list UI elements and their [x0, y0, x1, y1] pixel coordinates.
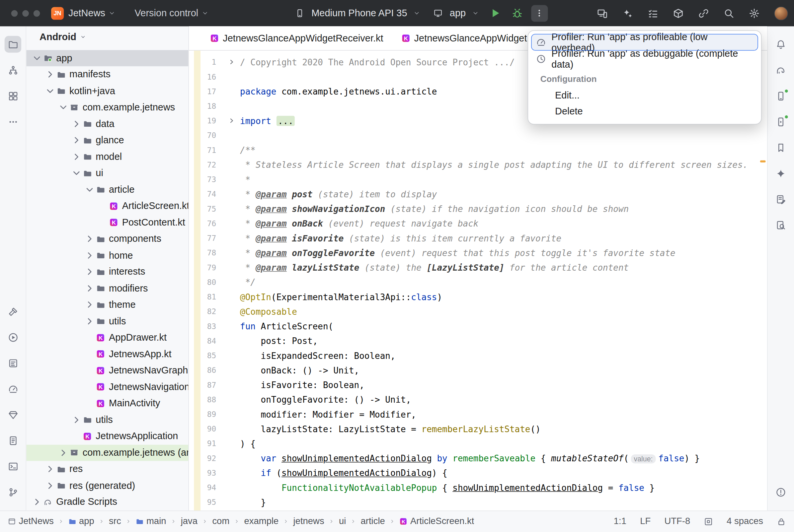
version-control-icon[interactable]: [5, 484, 21, 500]
tree-item-app[interactable]: app: [26, 50, 188, 66]
project-folder-icon[interactable]: [5, 36, 21, 52]
run-button[interactable]: [489, 7, 501, 19]
fold-arrow-icon[interactable]: [216, 117, 240, 124]
chevron-right-icon[interactable]: [71, 136, 82, 145]
chevron-down-icon[interactable]: [44, 86, 56, 95]
tree-item-kotlin-java[interactable]: kotlin+java: [26, 82, 188, 99]
bookmarks-icon[interactable]: [772, 139, 789, 156]
close-window-button[interactable]: [11, 10, 18, 17]
chevron-right-icon[interactable]: [84, 234, 95, 244]
notifications-icon[interactable]: [772, 36, 789, 52]
popup-item-debuggable[interactable]: Profiler: Run 'app' as debuggable (compl…: [531, 51, 758, 67]
terminal-icon[interactable]: [5, 458, 21, 475]
chevron-right-icon[interactable]: [44, 465, 56, 474]
tree-item-data[interactable]: data: [26, 116, 188, 132]
popup-action-delete[interactable]: Delete: [531, 103, 758, 119]
tree-item-res-generated[interactable]: res (generated): [26, 477, 188, 494]
project-view-selector[interactable]: Android: [39, 32, 76, 43]
plugins-icon[interactable]: [673, 8, 683, 19]
more-run-actions-button[interactable]: [531, 5, 548, 21]
user-avatar[interactable]: [774, 6, 788, 20]
settings-icon[interactable]: [749, 8, 759, 19]
chevron-right-icon[interactable]: [32, 497, 43, 507]
popup-action-edit[interactable]: Edit...: [531, 88, 758, 103]
breadcrumb-item[interactable]: src: [109, 516, 121, 527]
tree-item-mainactivity[interactable]: KMainActivity: [26, 395, 188, 412]
breadcrumb-item[interactable]: example: [244, 516, 279, 527]
tree-item-model[interactable]: model: [26, 149, 188, 165]
breadcrumb-item[interactable]: app: [68, 516, 94, 527]
chevron-down-icon[interactable]: [71, 169, 82, 177]
running-devices-icon[interactable]: [772, 113, 789, 130]
tree-item-com-example-jetnews-an[interactable]: com.example.jetnews (an: [26, 444, 188, 461]
gradle-icon[interactable]: [772, 62, 789, 78]
checklist-icon[interactable]: [648, 8, 658, 19]
tree-item-jetnewsnavgraph[interactable]: KJetnewsNavGraph.: [26, 362, 188, 379]
tree-item-articlescreen-kt[interactable]: KArticleScreen.kt: [26, 198, 188, 214]
breadcrumb-item[interactable]: java: [181, 516, 198, 527]
tree-item-postcontent-kt[interactable]: KPostContent.kt: [26, 214, 188, 231]
tree-item-jetnewsapplication[interactable]: KJetnewsApplication: [26, 428, 188, 445]
tree-item-components[interactable]: components: [26, 231, 188, 247]
breadcrumb-item[interactable]: com: [212, 516, 229, 527]
chevron-right-icon[interactable]: [84, 267, 95, 276]
tree-item-appdrawer-kt[interactable]: KAppDrawer.kt: [26, 329, 188, 346]
tree-item-home[interactable]: home: [26, 247, 188, 264]
chevron-right-icon[interactable]: [44, 70, 56, 79]
resource-manager-icon[interactable]: [5, 88, 21, 104]
device-selector[interactable]: Medium Phone API 35: [295, 7, 420, 19]
indent-size[interactable]: 4 spaces: [726, 516, 763, 527]
search-icon[interactable]: [724, 8, 734, 19]
chevron-right-icon[interactable]: [84, 300, 95, 309]
tree-item-glance[interactable]: glance: [26, 132, 188, 149]
breadcrumb-item[interactable]: article: [361, 516, 385, 527]
readonly-lock-icon[interactable]: [777, 517, 786, 526]
chevron-right-icon[interactable]: [84, 251, 95, 260]
editor-tab[interactable]: KJetnewsGlanceAppWidget.k: [392, 26, 544, 50]
chevron-down-icon[interactable]: [58, 103, 69, 112]
tree-item-jetnewsnavigation[interactable]: KJetnewsNavigation: [26, 379, 188, 395]
breadcrumb-item[interactable]: main: [136, 516, 166, 527]
breadcrumb-item[interactable]: JetNews: [8, 516, 53, 527]
chevron-right-icon[interactable]: [84, 284, 95, 292]
chevron-down-icon[interactable]: [84, 185, 95, 194]
tree-item-jetnewsapp-kt[interactable]: KJetnewsApp.kt: [26, 346, 188, 362]
tree-item-manifests[interactable]: manifests: [26, 66, 188, 83]
chevron-right-icon[interactable]: [71, 152, 82, 161]
chevron-right-icon[interactable]: [44, 481, 56, 490]
gemini-icon[interactable]: [772, 165, 789, 182]
tree-item-gradle-scripts[interactable]: Gradle Scripts: [26, 494, 188, 510]
file-encoding[interactable]: UTF-8: [664, 516, 690, 527]
tree-item-utils[interactable]: utils: [26, 313, 188, 330]
assistant-icon[interactable]: [772, 191, 789, 207]
caret-position[interactable]: 1:1: [614, 516, 626, 527]
device-mirror-icon[interactable]: [597, 8, 608, 19]
tree-item-interests[interactable]: interests: [26, 264, 188, 280]
chevron-right-icon[interactable]: [84, 317, 95, 326]
breadcrumb-item[interactable]: KArticleScreen.kt: [400, 516, 474, 527]
link-icon[interactable]: [698, 8, 709, 19]
maximize-window-button[interactable]: [34, 10, 40, 17]
find-usages-icon[interactable]: [772, 216, 789, 233]
more-tools-icon[interactable]: [5, 113, 21, 130]
editor-tab[interactable]: KJetnewsGlanceAppWidgetReceiver.kt: [201, 26, 392, 50]
indent-settings-icon[interactable]: [704, 517, 713, 526]
tree-item-com-example-jetnews[interactable]: com.example.jetnews: [26, 99, 188, 116]
minimize-window-button[interactable]: [22, 10, 29, 17]
device-manager-icon[interactable]: [772, 88, 789, 104]
fold-arrow-icon[interactable]: [216, 59, 240, 65]
version-control-menu-button[interactable]: Version control: [135, 7, 208, 19]
chevron-right-icon[interactable]: [71, 119, 82, 128]
run-tool-icon[interactable]: [5, 329, 21, 346]
device-explorer-icon[interactable]: [5, 433, 21, 449]
profiler-tool-icon[interactable]: [5, 381, 21, 397]
run-configuration-selector[interactable]: app: [433, 7, 479, 19]
project-menu-button[interactable]: JetNews: [68, 7, 115, 19]
tree-item-res[interactable]: res: [26, 461, 188, 478]
breadcrumb-item[interactable]: jetnews: [293, 516, 324, 527]
tree-item-modifiers[interactable]: modifiers: [26, 280, 188, 297]
logcat-icon[interactable]: [5, 355, 21, 372]
tree-item-ui[interactable]: ui: [26, 165, 188, 182]
problems-icon[interactable]: [772, 484, 789, 500]
tree-item-theme[interactable]: theme: [26, 297, 188, 313]
